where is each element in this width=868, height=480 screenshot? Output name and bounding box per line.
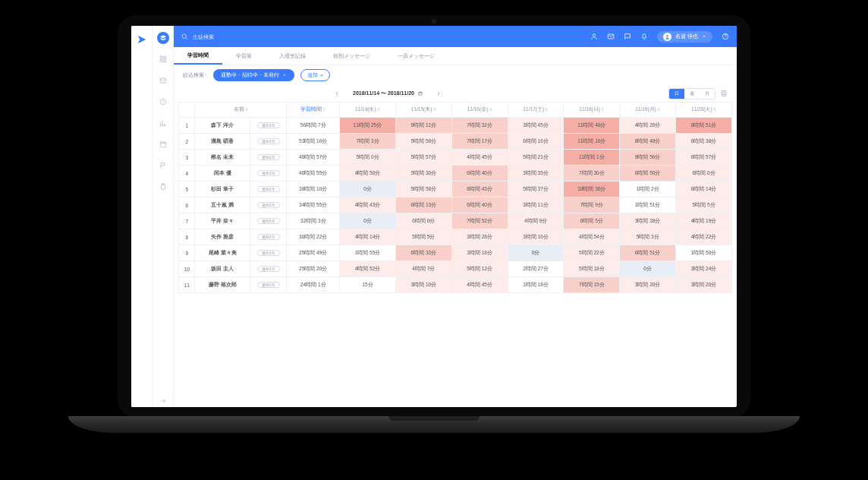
col-day-4[interactable]: 11/18(日) <box>564 103 620 118</box>
col-day-5[interactable]: 11/19(月) <box>620 103 676 118</box>
row-index: 8 <box>179 229 195 245</box>
day-cell: 7時間 3分 <box>340 134 396 150</box>
day-cell: 8時間 48分 <box>620 134 676 150</box>
study-time-table: 名前学習時間11/14(水)11/15(木)11/16(金)11/17(土)11… <box>178 102 732 293</box>
search-icon <box>181 33 188 40</box>
day-cell: 6時間 33分 <box>395 245 451 261</box>
student-badge: 通塾3年 <box>250 277 286 293</box>
student-badge: 通塾3年 <box>250 261 286 277</box>
day-cell: 0分 <box>508 245 564 261</box>
segment-週[interactable]: 週 <box>684 89 700 99</box>
student-name[interactable]: 坂田 圭人 <box>195 261 250 277</box>
tab-3[interactable]: 個別メッセージ <box>319 47 384 65</box>
chevron-down-icon <box>702 34 706 39</box>
student-badge: 通塾3年 <box>250 134 286 150</box>
nav-collapse-icon[interactable] <box>157 395 169 407</box>
student-name[interactable]: 椎名 未来 <box>195 150 250 166</box>
day-cell: 4時間 14分 <box>340 229 396 245</box>
nav-mail-icon[interactable] <box>157 74 169 87</box>
tab-1[interactable]: 学習量 <box>222 47 266 65</box>
nav-clock-icon[interactable] <box>157 96 169 108</box>
day-cell: 3時間 45分 <box>508 118 564 134</box>
date-prev-icon[interactable] <box>335 91 339 96</box>
day-cell: 5時間 58分 <box>395 134 451 150</box>
user-menu[interactable]: 名波 佳也 <box>657 31 712 43</box>
search-input[interactable] <box>193 34 284 39</box>
nav-chart-icon[interactable] <box>157 117 169 129</box>
day-cell: 5時間 57分 <box>395 150 451 166</box>
nav-students-icon[interactable] <box>157 32 169 44</box>
student-name[interactable]: 森下 洋介 <box>195 118 250 134</box>
col-day-2[interactable]: 11/16(金) <box>451 103 508 118</box>
row-index: 4 <box>179 166 195 182</box>
table-row: 8矢作 雅彦通塾3年30時間 22分4時間 14分5時間 5分3時間 28分3時… <box>179 229 732 245</box>
day-cell: 1時間 50分 <box>676 245 732 261</box>
day-cell: 3時間 35分 <box>508 166 564 182</box>
student-name[interactable]: 尾崎 菜々美 <box>195 245 250 261</box>
day-cell: 3時間 10分 <box>395 277 451 293</box>
svg-rect-3 <box>163 60 165 62</box>
top-mail-icon[interactable] <box>607 33 615 40</box>
student-name[interactable]: 平井 奈々 <box>195 213 250 229</box>
svg-point-10 <box>593 34 595 36</box>
student-name[interactable]: 藤野 裕次郎 <box>195 277 250 293</box>
day-cell: 3時間 18分 <box>451 245 508 261</box>
total-time: 34時間 55分 <box>287 197 340 213</box>
tab-2[interactable]: 入退室記録 <box>266 47 319 65</box>
table-row: 11藤野 裕次郎通塾3年24時間 1分15分3時間 10分4時間 45分1時間 … <box>179 277 732 293</box>
day-cell: 4時間 20分 <box>620 118 676 134</box>
day-cell: 9時間 56分 <box>620 150 676 166</box>
table-row: 2溝島 碩香通塾3年53時間 16分7時間 3分5時間 58分7時間 17分6時… <box>179 134 732 150</box>
day-cell: 6時間 38分 <box>676 134 732 150</box>
col-name[interactable]: 名前 <box>195 103 287 118</box>
nav-grid-icon[interactable] <box>157 53 169 65</box>
day-cell: 6時間 51分 <box>620 245 676 261</box>
print-icon[interactable] <box>720 90 728 97</box>
student-name[interactable]: 溝島 碩香 <box>195 134 250 150</box>
logo-icon <box>136 33 148 46</box>
col-day-3[interactable]: 11/17(土) <box>508 103 564 118</box>
row-index: 1 <box>179 118 195 134</box>
tab-4[interactable]: 一斉メッセージ <box>384 47 448 65</box>
filter-add-label: 追加 <box>307 71 318 79</box>
tab-0[interactable]: 学習時間 <box>174 47 222 65</box>
table-row: 10坂田 圭人通塾3年25時間 20分4時間 52分4時間 7分5時間 12分2… <box>179 261 732 277</box>
day-cell: 3時間 11分 <box>508 197 564 213</box>
student-name[interactable]: 杉田 章子 <box>195 182 250 197</box>
total-time: 25時間 49分 <box>287 245 340 261</box>
row-index: 7 <box>179 213 195 229</box>
filter-pill-status[interactable]: 通塾中・招待中・未発行 <box>213 69 294 81</box>
student-name[interactable]: 矢作 雅彦 <box>195 229 250 245</box>
nav-clipboard-icon[interactable] <box>157 181 169 193</box>
tabs: 学習時間学習量入退室記録個別メッセージ一斉メッセージ <box>174 47 737 65</box>
day-cell: 4時間 45分 <box>451 277 508 293</box>
col-study-time[interactable]: 学習時間 <box>287 103 340 118</box>
nav-calendar-icon[interactable] <box>157 138 169 150</box>
top-chat-icon[interactable] <box>624 33 631 40</box>
top-help-icon[interactable] <box>722 33 729 40</box>
day-cell: 7時間 15分 <box>564 277 620 293</box>
student-badge: 通塾3年 <box>250 197 286 213</box>
filter-add-button[interactable]: 追加 + <box>300 69 330 81</box>
col-day-1[interactable]: 11/15(木) <box>395 103 451 118</box>
date-next-icon[interactable] <box>436 91 441 96</box>
day-cell: 9時間 11分 <box>395 118 451 134</box>
top-bell-icon[interactable] <box>640 33 648 40</box>
calendar-icon[interactable] <box>418 91 423 96</box>
col-day-6[interactable]: 11/20(火) <box>676 103 732 118</box>
svg-point-9 <box>182 34 186 38</box>
day-cell: 2時間 27分 <box>508 261 564 277</box>
table-row: 5杉田 章子通塾2年38時間 10分0分5時間 58分8時間 43分5時間 37… <box>179 182 732 197</box>
day-cell: 6時間 57分 <box>676 150 732 166</box>
student-name[interactable]: 五十嵐 満 <box>195 197 250 213</box>
day-cell: 0分 <box>620 261 676 277</box>
segment-月[interactable]: 月 <box>700 89 715 99</box>
student-name[interactable]: 岡本 優 <box>195 166 250 182</box>
day-cell: 4時間 45分 <box>451 150 508 166</box>
top-user-icon[interactable] <box>590 33 598 40</box>
col-day-0[interactable]: 11/14(水) <box>340 103 396 118</box>
day-cell: 0分 <box>340 213 396 229</box>
day-cell: 3時間 20分 <box>620 277 676 293</box>
segment-日[interactable]: 日 <box>669 89 684 99</box>
nav-flag-icon[interactable] <box>157 159 169 172</box>
